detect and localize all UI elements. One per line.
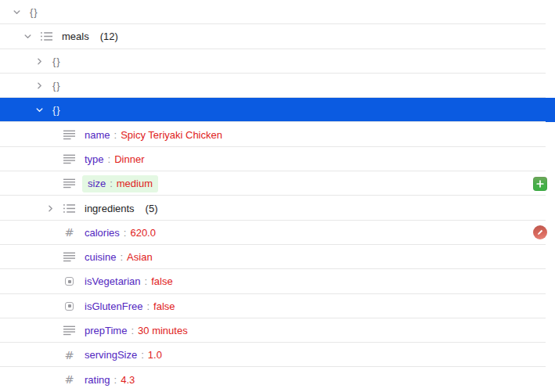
object-braces: {}	[52, 80, 61, 92]
chevron-spacer	[44, 153, 56, 165]
plus-icon	[536, 180, 544, 188]
number-icon-glyph: #	[64, 227, 74, 239]
tree-row-isVegetarian[interactable]: isVegetarian:false	[0, 269, 555, 293]
key-value-colon: :	[124, 227, 127, 239]
tree-row-calories[interactable]: #calories:620.0	[0, 221, 555, 245]
key-value: rating:4.3	[85, 374, 135, 386]
value-text: false	[153, 300, 175, 312]
chevron-right-icon[interactable]	[33, 55, 45, 67]
children-count-badge: (12)	[100, 31, 118, 42]
chevron-spacer	[44, 178, 56, 190]
tree-row-type[interactable]: type:Dinner	[0, 147, 555, 171]
key-label: meals	[62, 31, 89, 42]
key-value-colon: :	[110, 178, 113, 189]
chevron-down-icon[interactable]	[10, 6, 23, 19]
chevron-spacer	[44, 251, 56, 264]
list-icon	[63, 203, 75, 214]
key-value: cuisine:Asian	[85, 251, 153, 263]
number-icon: #	[63, 349, 75, 361]
list-icon	[41, 31, 52, 42]
tree-row-size[interactable]: size:medium	[0, 171, 555, 196]
add-value-button[interactable]	[533, 177, 547, 191]
tree-row-prepTime[interactable]: prepTime:30 minutes	[0, 318, 555, 343]
tree-row-meals[interactable]: meals(12)	[0, 24, 555, 49]
key-value: ingredients	[85, 203, 135, 214]
text-icon	[63, 153, 75, 165]
value-text: Dinner	[114, 153, 144, 165]
chevron-spacer	[44, 226, 56, 239]
key-label: rating	[85, 374, 110, 386]
tree-row-rating[interactable]: #rating:4.3	[0, 367, 555, 391]
text-icon	[63, 325, 75, 336]
key-label: size	[88, 178, 106, 189]
key-value: isVegetarian:false	[85, 275, 173, 287]
key-value-colon: :	[108, 153, 111, 165]
boolean-icon	[63, 275, 75, 287]
object-braces: {}	[52, 56, 61, 67]
key-value: meals	[62, 31, 89, 42]
chevron-right-icon[interactable]	[44, 202, 56, 214]
key-label: isGlutenFree	[85, 300, 142, 312]
number-icon: #	[63, 227, 75, 239]
value-text: Asian	[127, 251, 153, 263]
value-text: 620.0	[130, 227, 156, 239]
tree-row-ingredients[interactable]: ingredients(5)	[0, 196, 555, 220]
key-value-colon: :	[145, 275, 148, 287]
tree-row-object[interactable]: {}	[0, 98, 555, 122]
tree-row-isGlutenFree[interactable]: isGlutenFree:false	[0, 294, 555, 318]
tree-row-object[interactable]: {}	[0, 49, 555, 74]
value-text: 30 minutes	[138, 325, 188, 336]
edit-value-button[interactable]	[533, 225, 547, 239]
tree-row-name[interactable]: name:Spicy Teriyaki Chicken	[0, 122, 555, 146]
json-tree-view: {}meals(12){}{}{}name:Spicy Teriyaki Chi…	[0, 0, 555, 392]
object-braces: {}	[52, 104, 61, 116]
chevron-spacer	[44, 128, 56, 141]
chevron-spacer	[44, 373, 56, 386]
tree-row-cuisine[interactable]: cuisine:Asian	[0, 245, 555, 269]
boolean-box-icon	[65, 302, 74, 311]
pencil-icon	[536, 228, 544, 236]
text-icon	[63, 129, 75, 141]
key-label: isVegetarian	[85, 275, 141, 287]
children-count-badge: (5)	[146, 203, 158, 214]
tree-row-object[interactable]: {}	[0, 74, 555, 98]
number-icon-glyph: #	[64, 374, 74, 386]
chevron-spacer	[44, 300, 56, 312]
key-label: calories	[85, 227, 120, 239]
key-value: name:Spicy Teriyaki Chicken	[85, 129, 222, 141]
chevron-spacer	[44, 349, 56, 361]
tree-row-servingSize[interactable]: #servingSize:1.0	[0, 343, 555, 367]
key-label: type	[85, 153, 104, 165]
object-braces: {}	[30, 6, 38, 18]
value-text: 4.3	[121, 374, 135, 386]
key-value: type:Dinner	[85, 153, 145, 165]
chevron-down-icon[interactable]	[33, 104, 45, 117]
chevron-right-icon[interactable]	[33, 80, 45, 92]
key-value-colon: :	[114, 374, 117, 386]
text-icon	[63, 178, 75, 189]
key-value-colon: :	[141, 349, 144, 361]
key-value: servingSize:1.0	[85, 349, 162, 361]
key-label: servingSize	[85, 349, 137, 361]
value-text: Spicy Teriyaki Chicken	[121, 129, 222, 141]
key-value: prepTime:30 minutes	[85, 325, 188, 336]
key-label: name	[85, 129, 110, 141]
json-tree-rows: {}meals(12){}{}{}name:Spicy Teriyaki Chi…	[0, 0, 555, 392]
boolean-box-icon	[65, 277, 74, 286]
key-value-colon: :	[146, 300, 150, 312]
tree-row-object[interactable]: {}	[0, 0, 555, 24]
chevron-spacer	[44, 325, 56, 337]
key-label: ingredients	[85, 203, 135, 214]
chevron-spacer	[44, 275, 56, 288]
key-value-colon: :	[120, 251, 123, 263]
boolean-icon	[63, 300, 75, 312]
value-text: false	[151, 275, 172, 287]
key-value: isGlutenFree:false	[85, 300, 175, 312]
key-label: prepTime	[85, 325, 127, 336]
number-icon: #	[63, 374, 75, 386]
key-value: calories:620.0	[85, 227, 156, 239]
key-value-colon: :	[114, 129, 117, 141]
text-icon	[63, 251, 75, 263]
chevron-down-icon[interactable]	[21, 31, 34, 43]
key-label: cuisine	[85, 251, 116, 263]
